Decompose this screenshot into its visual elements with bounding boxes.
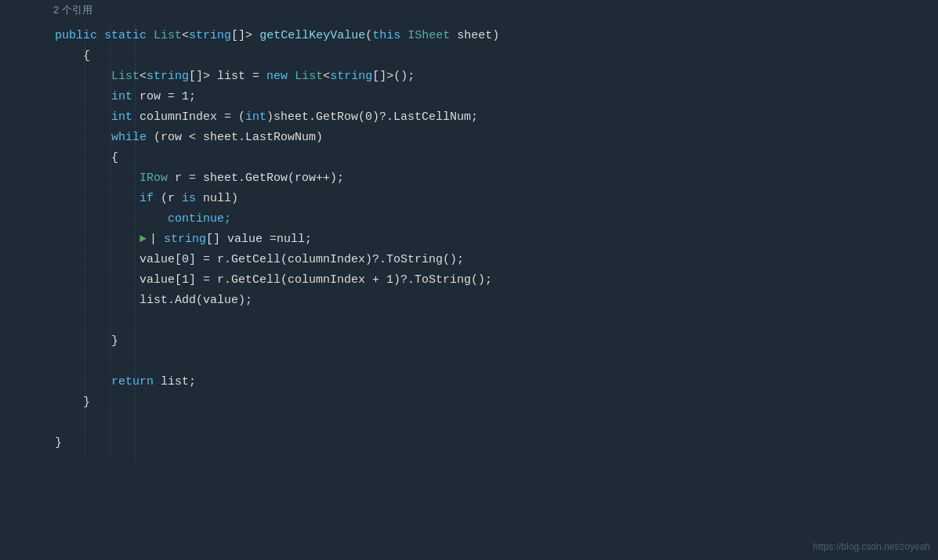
code-line: { — [47, 47, 938, 67]
code-line: list.Add(value); — [47, 291, 938, 312]
code-line-while: while (row < sheet.LastRowNum) — [47, 128, 938, 149]
code-line — [47, 352, 938, 373]
code-line: } — [47, 393, 938, 414]
code-line — [47, 414, 938, 434]
code-line: IRow r = sheet.GetRow(row++); — [47, 169, 938, 190]
code-line: if (r is null) — [47, 190, 938, 210]
code-area: public static List<string[]> getCellKeyV… — [0, 20, 938, 461]
code-line: return list; — [47, 373, 938, 393]
code-line: } — [47, 434, 938, 454]
code-line: int columnIndex = (int)sheet.GetRow(0)?.… — [47, 108, 938, 128]
code-line: value[0] = r.GetCell(columnIndex)?.ToStr… — [47, 251, 938, 271]
references-label: 2 个引用 — [0, 0, 938, 20]
code-line — [47, 312, 938, 332]
code-line: continue; — [47, 210, 938, 230]
code-editor: 2 个引用 public static List<string[]> getCe… — [0, 0, 938, 560]
code-line-int-row: int row = 1; — [47, 88, 938, 108]
code-line: List<string[]> list = new List<string[]>… — [47, 67, 938, 88]
code-line: { — [47, 149, 938, 169]
code-line: } — [47, 332, 938, 352]
watermark: https://blog.csdn.net/zoyeah — [813, 541, 930, 552]
code-line: public static List<string[]> getCellKeyV… — [47, 27, 938, 47]
code-line-breakpoint: ►| string[] value =null; — [47, 230, 938, 251]
code-line: value[1] = r.GetCell(columnIndex + 1)?.T… — [47, 271, 938, 291]
